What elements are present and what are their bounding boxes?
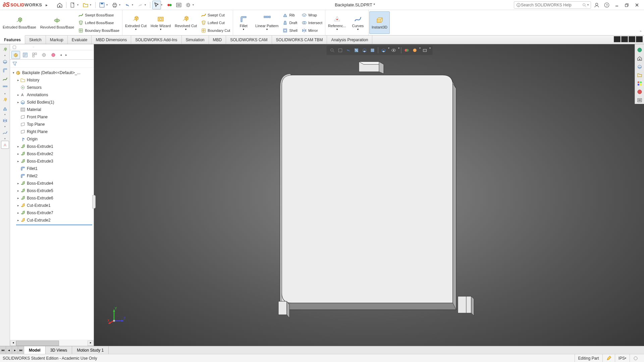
print-button[interactable] (110, 1, 119, 9)
reference-geometry-button[interactable]: Referenc...▾ (326, 11, 348, 34)
scroll-left[interactable]: ◂ (10, 341, 16, 346)
apply-scene-button[interactable] (403, 47, 411, 54)
left-tool-5[interactable] (1, 84, 9, 92)
redo-dropdown[interactable]: ▾ (145, 3, 148, 6)
expand-icon[interactable]: ▸ (16, 93, 20, 97)
appearances-tab[interactable] (636, 80, 643, 87)
revolved-cut-button[interactable]: Revolved Cut▾ (173, 11, 199, 34)
tree-item-history[interactable]: ▸History (10, 76, 94, 84)
displaymanager-tab[interactable] (49, 51, 58, 59)
search-input[interactable] (521, 3, 582, 7)
left-tool-2[interactable] (1, 58, 9, 66)
file-explorer-tab[interactable] (636, 63, 643, 70)
bottom-tab-model[interactable]: Model (24, 346, 46, 354)
left-tool-6[interactable] (1, 96, 9, 104)
restore-button[interactable] (623, 1, 631, 9)
left-tool-10[interactable] (1, 141, 9, 149)
intersect-button[interactable]: Intersect (300, 19, 324, 26)
tab-features[interactable]: Features (0, 35, 25, 44)
scroll-thumb[interactable] (16, 341, 59, 346)
section-view-button[interactable] (353, 47, 360, 54)
tree-item-material-not-specified-[interactable]: Material (10, 106, 94, 113)
redo-button[interactable] (136, 1, 145, 9)
tree-item-annotations[interactable]: ▸Annotations (10, 91, 94, 99)
search-dropdown[interactable]: ▾ (587, 3, 589, 6)
select-button[interactable] (152, 1, 161, 9)
ribbon-collapse-button[interactable]: ⌃ (639, 30, 642, 34)
expand-icon[interactable]: ▾ (11, 71, 15, 74)
expand-icon[interactable]: ▸ (16, 78, 20, 82)
tree-item-cut-extrude2[interactable]: ▸Cut-Extrude2 (10, 217, 94, 224)
left-tool-8[interactable] (1, 117, 9, 125)
zoom-fit-button[interactable] (329, 47, 336, 54)
orientation-triad[interactable]: Y X Z (107, 306, 127, 326)
boundary-boss-button[interactable]: Boundary Boss/Base (76, 27, 121, 34)
boundary-cut-button[interactable]: Boundary Cut (199, 27, 232, 34)
open-button[interactable] (81, 1, 90, 9)
instant3d-button[interactable]: Instant3D (369, 11, 390, 34)
options-button[interactable] (174, 1, 183, 9)
configurationmanager-tab[interactable] (30, 51, 39, 59)
close-button[interactable] (633, 1, 641, 9)
tree-rollback-bar[interactable] (16, 225, 92, 225)
lofted-boss-button[interactable]: Lofted Boss/Base (76, 19, 121, 26)
tree-item-boss-extrude5[interactable]: ▸Boss-Extrude5 (10, 187, 94, 194)
tree-filter[interactable] (10, 60, 94, 68)
expand-icon[interactable]: ▸ (16, 182, 20, 185)
design-library-tab[interactable] (636, 55, 643, 62)
viewport-close[interactable] (636, 36, 643, 42)
featuremanager-tab[interactable] (11, 51, 20, 59)
tree-item-boss-extrude1[interactable]: ▸Boss-Extrude1 (10, 143, 94, 150)
tab-nav-first[interactable]: ⏮ (0, 346, 6, 354)
help-button[interactable] (602, 1, 611, 9)
new-button[interactable] (68, 1, 77, 9)
tree-root[interactable]: ▾ Backplate (Default<<Default>_... (10, 69, 94, 76)
status-units[interactable]: IPS ▾ (615, 354, 630, 362)
tab-mbd[interactable]: MBD (209, 36, 226, 44)
tree-item-cut-extrude1[interactable]: ▸Cut-Extrude1 (10, 202, 94, 209)
previous-view-button[interactable] (345, 47, 352, 54)
undo-button[interactable] (123, 1, 132, 9)
select-dropdown[interactable]: ▾ (161, 3, 164, 6)
expand-icon[interactable]: ▸ (16, 152, 20, 156)
undo-dropdown[interactable]: ▾ (132, 3, 135, 6)
app-menu-dropdown[interactable]: ▸ (45, 3, 49, 7)
tab-evaluate[interactable]: Evaluate (68, 36, 92, 44)
rebuild-button[interactable] (165, 1, 174, 9)
help-search[interactable]: ▾ (514, 1, 591, 9)
rib-button[interactable]: Rib (280, 11, 299, 19)
zoom-area-button[interactable] (337, 47, 344, 54)
propertymanager-tab[interactable] (21, 51, 30, 59)
curves-button[interactable]: Curves▾ (348, 11, 368, 34)
tree-item-top-plane[interactable]: Top Plane (10, 121, 94, 128)
settings-button[interactable] (184, 1, 193, 9)
tree-item-right-plane[interactable]: Right Plane (10, 128, 94, 135)
view-orientation-button[interactable] (361, 47, 368, 54)
left-tool-9[interactable] (1, 129, 9, 137)
mirror-button[interactable]: Mirror (300, 27, 324, 34)
forum-tab[interactable] (636, 97, 643, 104)
hole-wizard-button[interactable]: Hole Wizard▾ (149, 11, 173, 34)
tree-item-boss-extrude3[interactable]: ▸Boss-Extrude3 (10, 158, 94, 165)
tab-markup[interactable]: Markup (46, 36, 68, 44)
open-dropdown[interactable]: ▾ (90, 3, 93, 6)
new-dropdown[interactable]: ▾ (77, 3, 80, 6)
linear-pattern-button[interactable]: Linear Pattern▾ (253, 11, 280, 34)
minimize-button[interactable] (612, 1, 621, 9)
hide-show-button[interactable] (380, 47, 387, 54)
tab-simulation[interactable]: Simulation (182, 36, 209, 44)
tab-analysis-preparation[interactable]: Analysis Preparation (327, 36, 372, 44)
dimxpert-tab[interactable] (40, 51, 48, 59)
left-tool-4[interactable] (1, 75, 9, 83)
expand-icon[interactable]: ▸ (16, 211, 20, 215)
expand-icon[interactable]: ▸ (16, 160, 20, 163)
tree-tab-prev[interactable]: ◂ (58, 53, 63, 57)
tree-item-boss-extrude2[interactable]: ▸Boss-Extrude2 (10, 150, 94, 158)
view-palette-tab[interactable] (636, 71, 643, 79)
user-button[interactable] (592, 1, 601, 9)
bottom-tab-3d-views[interactable]: 3D Views (46, 346, 72, 354)
revolved-boss-button[interactable]: Revolved Boss/Base (38, 11, 76, 34)
left-tool-1[interactable] (1, 46, 9, 54)
solidworks-resources-tab[interactable] (636, 46, 643, 54)
viewport-restore[interactable] (629, 36, 635, 42)
